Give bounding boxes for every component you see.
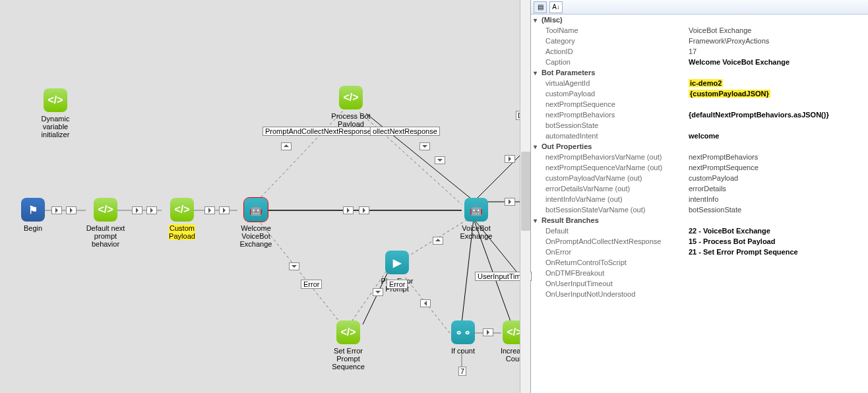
edge-label: ollectNextResponse <box>370 127 440 136</box>
property-label: botSessionStateVarName (out) <box>531 205 686 214</box>
property-label: virtualAgentId <box>531 78 686 88</box>
code-icon: </> <box>336 320 360 344</box>
property-group-header[interactable]: ▾(Misc) <box>531 15 868 25</box>
property-row[interactable]: ActionID17 <box>531 46 868 57</box>
property-group-header[interactable]: ▾Result Branches <box>531 215 868 226</box>
property-row[interactable]: Default22 - VoiceBot Exchange <box>531 226 868 236</box>
property-row[interactable]: CaptionWelcome VoiceBot Exchange <box>531 57 868 67</box>
group-name: Out Properties <box>542 142 592 150</box>
vertical-scrollbar[interactable] <box>520 0 530 393</box>
arrow-icon <box>219 206 230 214</box>
node-custom-payload[interactable]: </> CustomPayload <box>156 198 208 240</box>
property-value[interactable]: errorDetails <box>686 184 868 193</box>
property-value[interactable]: {customPayloadJSON} <box>686 89 868 98</box>
property-label: customPayload <box>531 89 686 98</box>
node-label: Default nextpromptbehavior <box>86 224 125 248</box>
property-row[interactable]: nextPromptSequence <box>531 99 868 109</box>
node-welcome-voicebot-exchange[interactable]: 🤖 WelcomeVoiceBotExchange <box>230 198 282 248</box>
property-row[interactable]: CategoryFramework\ProxyActions <box>531 36 868 46</box>
node-process-bot-payload[interactable]: </> Process BotPayload <box>325 86 377 128</box>
property-value[interactable]: 22 - VoiceBot Exchange <box>686 226 868 235</box>
property-value[interactable]: 21 - Set Error Prompt Sequence <box>686 247 868 257</box>
property-value[interactable] <box>686 283 868 284</box>
branch-icon: ⚬⚬ <box>451 320 475 344</box>
property-row[interactable]: OnDTMFBreakout <box>531 268 868 278</box>
node-begin[interactable]: ⚑ Begin <box>7 198 59 232</box>
property-value[interactable]: customPayload <box>686 173 868 183</box>
property-row[interactable]: OnError21 - Set Error Prompt Sequence <box>531 247 868 257</box>
property-row[interactable]: OnUserInputNotUnderstood <box>531 289 868 299</box>
bot-icon: 🤖 <box>244 198 268 222</box>
property-row[interactable]: virtualAgentIdic-demo2 <box>531 78 868 88</box>
arrow-icon <box>66 206 77 214</box>
categorized-button[interactable]: ▤ <box>534 1 547 13</box>
property-value[interactable]: nextPromptSequence <box>686 163 868 172</box>
property-label: OnUserInputNotUnderstood <box>531 289 686 299</box>
property-row[interactable]: botSessionStateVarName (out)botSessionSt… <box>531 204 868 215</box>
property-value[interactable]: intentInfo <box>686 195 868 204</box>
property-label: OnError <box>531 247 686 257</box>
node-set-error-prompt-sequence[interactable]: </> Set ErrorPromptSequence <box>322 320 375 371</box>
node-voicebot-exchange[interactable]: 🤖 VoiceBotExchange <box>450 198 503 240</box>
property-label: OnUserInputTimeout <box>531 279 686 288</box>
property-row[interactable]: intentInfoVarName (out)intentInfo <box>531 194 868 204</box>
sort-icon: A↓ <box>552 3 560 11</box>
property-value[interactable]: welcome <box>686 131 868 140</box>
edge-label: Error <box>301 280 322 289</box>
property-row[interactable]: customPayload{customPayloadJSON} <box>531 88 868 99</box>
code-icon: </> <box>339 86 363 109</box>
property-label: automatedIntent <box>531 131 686 140</box>
property-label: nextPromptBehaviors <box>531 110 686 119</box>
property-value[interactable]: botSessionState <box>686 205 868 214</box>
property-row[interactable]: OnPromptAndCollectNextResponse15 - Proce… <box>531 236 868 247</box>
property-value[interactable]: VoiceBot Exchange <box>686 26 868 35</box>
property-row[interactable]: botSessionState <box>531 120 868 131</box>
property-value[interactable]: 17 <box>686 47 868 56</box>
node-label: If count <box>451 347 475 355</box>
property-value[interactable] <box>686 272 868 274</box>
property-value[interactable] <box>686 104 868 105</box>
chevron-down-icon: ▾ <box>534 69 542 76</box>
property-label: nextPromptSequence <box>531 100 686 109</box>
property-label: botSessionState <box>531 121 686 130</box>
property-label: OnReturnControlToScript <box>531 258 686 267</box>
code-icon: </> <box>170 198 194 222</box>
scrollbar-thumb[interactable] <box>521 152 530 231</box>
property-group-header[interactable]: ▾Bot Parameters <box>531 67 868 78</box>
code-icon: </> <box>94 198 117 222</box>
arrow-icon <box>132 206 142 214</box>
node-if-count[interactable]: ⚬⚬ If count <box>437 320 489 355</box>
property-label: errorDetailsVarName (out) <box>531 184 686 193</box>
property-row[interactable]: nextPromptBehaviorsVarName (out)nextProm… <box>531 152 868 162</box>
property-group-header[interactable]: ▾Out Properties <box>531 141 868 152</box>
property-row[interactable]: nextPromptSequenceVarName (out)nextPromp… <box>531 162 868 173</box>
property-grid[interactable]: ▾(Misc)ToolNameVoiceBot ExchangeCategory… <box>531 15 868 393</box>
property-row[interactable]: errorDetailsVarName (out)errorDetails <box>531 183 868 194</box>
property-row[interactable]: customPayloadVarName (out)customPayload <box>531 173 868 183</box>
property-value[interactable]: Welcome VoiceBot Exchange <box>686 57 868 67</box>
node-label: VoiceBotExchange <box>460 224 493 240</box>
property-value[interactable]: 15 - Process Bot Payload <box>686 237 868 246</box>
sort-button[interactable]: A↓ <box>549 1 563 13</box>
property-row[interactable]: automatedIntentwelcome <box>531 131 868 141</box>
properties-toolbar: ▤ A↓ <box>531 0 868 15</box>
property-row[interactable]: nextPromptBehaviors{defaultNextPromptBeh… <box>531 109 868 120</box>
workflow-canvas[interactable]: ⚑ Begin </> Dynamicvariableinitializer <… <box>0 0 530 393</box>
node-label: Begin <box>24 224 42 232</box>
property-value[interactable]: {defaultNextPromptBehaviors.asJSON()} <box>686 110 868 119</box>
property-value[interactable]: Framework\ProxyActions <box>686 36 868 45</box>
edge-label: PromptAndCollectNextResponse <box>263 127 374 136</box>
node-default-next-prompt-behavior[interactable]: </> Default nextpromptbehavior <box>79 198 132 248</box>
node-dynamic-variable-initializer[interactable]: </> Dynamicvariableinitializer <box>29 88 82 138</box>
property-row[interactable]: ToolNameVoiceBot Exchange <box>531 25 868 36</box>
group-name: Bot Parameters <box>542 69 595 76</box>
property-value[interactable] <box>686 293 868 295</box>
property-value[interactable] <box>686 125 868 126</box>
chevron-down-icon: ▾ <box>534 143 542 150</box>
property-value[interactable] <box>686 262 868 263</box>
arrow-icon <box>419 142 430 150</box>
property-value[interactable]: ic-demo2 <box>686 78 868 88</box>
property-row[interactable]: OnUserInputTimeout <box>531 278 868 289</box>
property-value[interactable]: nextPromptBehaviors <box>686 152 868 162</box>
property-row[interactable]: OnReturnControlToScript <box>531 257 868 268</box>
